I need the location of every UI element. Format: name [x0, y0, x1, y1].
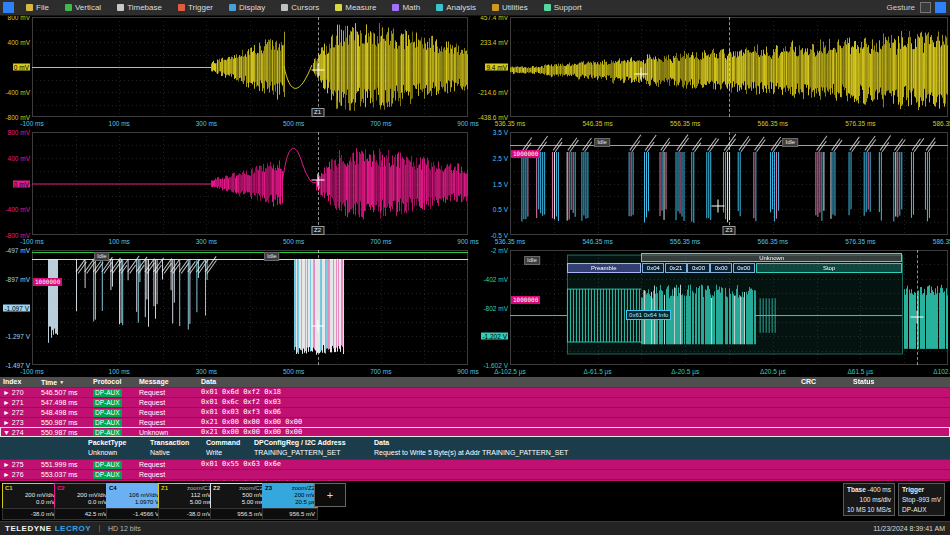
packet-crc	[798, 470, 850, 479]
cursor-crosshair[interactable]	[311, 319, 324, 332]
protocol-chip: DP-AUX	[93, 399, 122, 407]
touch-mode-icon[interactable]	[920, 2, 931, 13]
menu-label: Measure	[345, 3, 376, 12]
packet-crc	[798, 480, 850, 481]
menu-measure[interactable]: Measure	[327, 0, 384, 15]
x-axis-label: Δ-102.5 µs	[494, 368, 526, 375]
zoom-region-line[interactable]	[729, 17, 730, 117]
offset-or-hscale: 20.5 µs	[265, 499, 315, 506]
vertical-scale: 500 mV	[213, 492, 263, 499]
x-axis-label: Δ-20.5 µs	[671, 368, 699, 375]
descriptor-C1[interactable]: C1200 mV/div0.0 mV	[2, 483, 58, 509]
column-header-data[interactable]: Data	[198, 377, 798, 387]
menu-timebase[interactable]: Timebase	[109, 0, 170, 15]
column-header-status[interactable]: Status	[850, 377, 950, 387]
x-axis-label: 300 ms	[196, 120, 217, 127]
menu-support[interactable]: Support	[536, 0, 590, 15]
packet-data	[198, 470, 798, 479]
zoom-flag-Z2[interactable]: Z2	[311, 226, 324, 235]
zoom-region-line[interactable]	[729, 132, 730, 235]
protocol-chip: DP-AUX	[93, 419, 122, 427]
packet-row-275[interactable]: ► 275551.999 msDP-AUXRequest0x01 0x55 0x…	[0, 459, 950, 469]
app-icon[interactable]	[3, 2, 14, 13]
descriptor-Z2[interactable]: Z2zoom/C2500 mV5.00 ms	[210, 483, 266, 509]
descriptor-Z1[interactable]: Z1zoom/C1112 mV5.00 ms	[158, 483, 214, 509]
datetime-label: 11/23/2024 8:39:41 AM	[873, 525, 945, 532]
display-layout-icon[interactable]	[935, 2, 946, 13]
menu-file[interactable]: File	[18, 0, 57, 15]
y-axis-label: 233.4 mV	[480, 39, 508, 46]
menu-display[interactable]: Display	[221, 0, 273, 15]
cursor-crosshair[interactable]	[311, 64, 324, 77]
zoom-flag-Z1[interactable]: Z1	[311, 108, 324, 117]
menu-vertical[interactable]: Vertical	[57, 0, 109, 15]
grid-C1: 800 mV400 mV0 mV-400 mV-800 mV-100 ms100…	[0, 15, 470, 130]
protocol-chip: DP-AUX	[93, 409, 122, 417]
file-menu-icon	[26, 4, 33, 11]
cursor-crosshair[interactable]	[635, 68, 648, 81]
trigger-descriptor[interactable]: Trigger Stop-993 mV DP-AUX	[898, 483, 945, 516]
timebase-descriptor[interactable]: Tbase-400 ms 100 ms/div 10 MS10 MS/s	[843, 483, 895, 516]
display-menu-icon	[229, 4, 236, 11]
menu-label: Trigger	[188, 3, 213, 12]
menu-label: Math	[402, 3, 420, 12]
protocol-chip: DP-AUX	[93, 461, 122, 469]
menu-math[interactable]: Math	[384, 0, 428, 15]
waveform-C2[interactable]	[32, 132, 468, 235]
menu-label: Display	[239, 3, 265, 12]
descriptor-Z3[interactable]: Z3zoom/Z2200 mV20.5 µs	[262, 483, 318, 509]
packet-status	[850, 460, 950, 469]
menu-label: Support	[554, 3, 582, 12]
timebase-points: 10 MS	[847, 505, 866, 515]
packet-row-271[interactable]: ► 271547.498 msDP-AUXRequest0x01 0x6c 0x…	[0, 397, 950, 407]
column-header-crc[interactable]: CRC	[798, 377, 850, 387]
packet-row-274[interactable]: ▼ 274550.987 msDP-AUXUnknown0x21 0x00 0x…	[0, 427, 950, 437]
column-header-message[interactable]: Message	[136, 377, 198, 387]
decode-frame-byte: 0x21	[665, 263, 687, 273]
cursor-crosshair[interactable]	[712, 200, 725, 213]
bus-value-badge: 1000000	[511, 296, 540, 304]
x-axis-label: 700 ms	[370, 238, 391, 245]
decode-frame-byte: 0x00	[733, 263, 755, 273]
gesture-label[interactable]: Gesture	[887, 3, 920, 12]
packet-message: Reply	[136, 480, 198, 481]
x-axis-label: 700 ms	[370, 368, 391, 375]
x-axis-label: 586.35 ms	[933, 120, 950, 127]
waveform-C1[interactable]	[32, 17, 468, 117]
grid-Z3: -2 mV-402 mV-802 mV-1.202 V-1.602 VΔ-102…	[474, 248, 950, 378]
packet-row-270[interactable]: ► 270546.507 msDP-AUXRequest0x01 0x6d 0x…	[0, 387, 950, 397]
cursor-crosshair[interactable]	[911, 310, 924, 323]
menu-analysis[interactable]: Analysis	[428, 0, 484, 15]
waveform-C4[interactable]	[32, 250, 468, 365]
packet-status	[850, 480, 950, 481]
add-trace-button[interactable]: +	[314, 483, 346, 507]
column-header-index[interactable]: Index	[0, 377, 38, 387]
packet-row-276[interactable]: ► 276553.037 msDP-AUXRequest	[0, 469, 950, 479]
descriptor-C4[interactable]: C4106 mV/div1.0970 V	[106, 483, 162, 509]
cursor-crosshair[interactable]	[311, 174, 324, 187]
packet-time: 547.498 ms	[38, 398, 90, 407]
trace-source: zoom/C2	[239, 485, 263, 492]
y-axis-label: -802 mV	[483, 304, 508, 311]
menu-utilities[interactable]: Utilities	[484, 0, 536, 15]
zoom-region-line[interactable]	[318, 250, 319, 365]
packet-index: ► 273	[0, 418, 38, 427]
menu-trigger[interactable]: Trigger	[170, 0, 221, 15]
packet-status	[850, 398, 950, 407]
trace-id: Z1	[161, 485, 168, 492]
menu-cursors[interactable]: Cursors	[273, 0, 327, 15]
column-header-time[interactable]: Time▼	[38, 377, 90, 387]
measure-value-C1: -38.0 mV	[2, 508, 58, 520]
packet-row-272[interactable]: ► 272548.498 msDP-AUXRequest0x01 0x03 0x…	[0, 407, 950, 417]
vertical-scale: 200 mV/div	[5, 492, 55, 499]
zoom-flag-Z3[interactable]: Z3	[722, 226, 735, 235]
menu-label: Vertical	[75, 3, 101, 12]
zoom-region-line[interactable]	[917, 250, 918, 365]
column-header-protocol[interactable]: Protocol	[90, 377, 136, 387]
packet-row-277[interactable]: ► 277553.166 msDP-AUXReply0x00 0x00 0x00…	[0, 479, 950, 481]
offset-or-hscale: 0.0 mV	[57, 499, 107, 506]
packet-row-273[interactable]: ► 273550.987 msDP-AUXRequest0x21 0x00 0x…	[0, 417, 950, 427]
packet-message: Request	[136, 418, 198, 427]
decode-frame-byte: 0x04	[642, 263, 664, 273]
descriptor-C2[interactable]: C2200 mV/div0.0 mV	[54, 483, 110, 509]
